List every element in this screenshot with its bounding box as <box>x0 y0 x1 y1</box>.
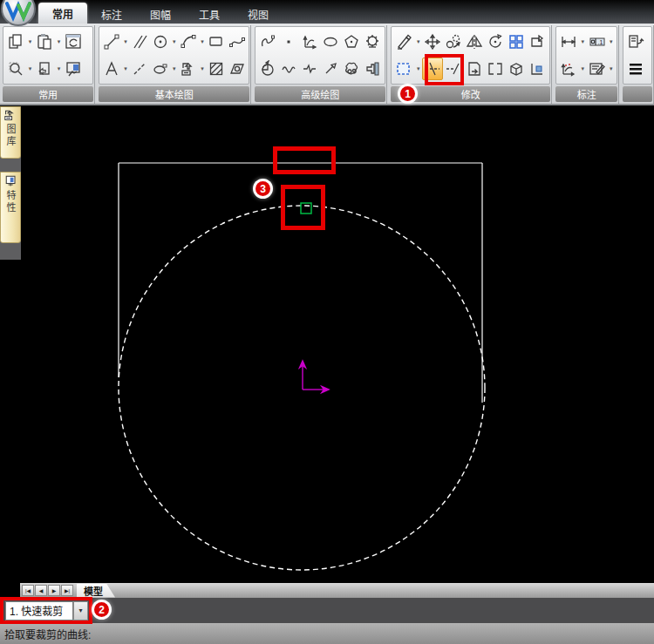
polygon-icon[interactable] <box>341 31 362 53</box>
stretch-icon[interactable] <box>527 31 548 53</box>
status-bar: 拾取要裁剪的曲线: <box>0 623 654 644</box>
pan-icon[interactable] <box>34 58 55 80</box>
sidebar-tab-library[interactable]: 图库 <box>0 106 21 159</box>
chevron-down-icon[interactable]: ▾ <box>122 65 130 72</box>
hole-icon[interactable] <box>362 58 383 80</box>
drawing-geometry <box>0 105 654 584</box>
group-common: ▾ ▾ ▾ ▾ 常用 <box>2 25 95 104</box>
ribbon-tabs: 常用 标注 图幅 工具 视图 <box>38 0 283 24</box>
application-window: 常用 标注 图幅 工具 视图 ▾ ▾ ▾ <box>0 0 654 644</box>
chevron-down-icon[interactable]: ▾ <box>579 65 587 72</box>
shift-icon[interactable] <box>464 58 485 80</box>
chevron-down-icon[interactable]: ▾ <box>414 38 422 45</box>
break-icon[interactable] <box>485 58 506 80</box>
doc-settings-icon[interactable] <box>625 31 646 53</box>
highlight-box-circle-top <box>281 185 325 230</box>
chevron-down-icon[interactable]: ▾ <box>199 38 207 45</box>
erase-icon[interactable] <box>393 31 414 53</box>
corner-icon[interactable] <box>527 58 548 80</box>
parallel-icon[interactable] <box>130 31 150 53</box>
mirror-icon[interactable] <box>464 31 485 53</box>
line-icon[interactable] <box>101 31 121 53</box>
chevron-down-icon[interactable]: ▾ <box>170 38 178 45</box>
refresh-icon[interactable] <box>63 31 84 53</box>
group-label-advanced-draw: 高级绘图 <box>255 86 385 102</box>
chevron-down-icon[interactable]: ▾ <box>26 65 34 72</box>
next-sheet-button[interactable]: ▶ <box>48 585 60 596</box>
group-basic-draw: ▾ ▾ ▾ ▾ ▾ ▾ <box>98 25 251 104</box>
chevron-down-icon[interactable]: ▾ <box>199 65 207 72</box>
move-icon[interactable] <box>422 31 443 53</box>
sheet-nav: |◀ ◀ ▶ ▶| <box>21 585 73 596</box>
sidebar-tab-properties[interactable]: 特性 <box>0 172 21 243</box>
copy-icon[interactable] <box>5 31 26 53</box>
callout-badge-3: 3 <box>255 181 270 196</box>
first-sheet-button[interactable]: |◀ <box>22 585 34 596</box>
rotate-icon[interactable] <box>485 31 506 53</box>
line-width-icon[interactable] <box>625 58 646 80</box>
point-icon[interactable] <box>278 31 299 53</box>
section-icon[interactable] <box>227 58 247 80</box>
contour-icon[interactable] <box>341 58 362 80</box>
group-dimension: ▾ .1 ▾ ▾ ▾ 标注 <box>555 25 619 104</box>
group-label-partial <box>623 86 652 102</box>
callout-badge-2: 2 <box>94 602 109 617</box>
last-sheet-button[interactable]: ▶| <box>61 585 73 596</box>
chevron-down-icon[interactable]: ▾ <box>55 65 63 72</box>
ellipse-icon[interactable] <box>320 31 341 53</box>
sidebar-tab-library-label: 图库 <box>3 124 17 148</box>
command-combo-value[interactable]: 1. 快速裁剪 <box>5 601 73 620</box>
origin-axis-icon <box>300 361 330 393</box>
curve-icon[interactable] <box>257 31 278 53</box>
highlight-box-command-combo: 1. 快速裁剪 ▾ <box>0 597 92 624</box>
paste-icon[interactable] <box>34 31 55 53</box>
polyline-icon[interactable] <box>299 58 320 80</box>
tab-view[interactable]: 视图 <box>234 4 283 24</box>
library-icon <box>3 109 17 121</box>
text-edit-icon[interactable] <box>587 58 608 80</box>
coordinate-icon[interactable] <box>558 58 579 80</box>
spline-icon[interactable] <box>227 31 247 53</box>
array-icon[interactable] <box>506 31 527 53</box>
explode-icon[interactable] <box>506 58 527 80</box>
chevron-down-icon[interactable]: ▾ <box>607 38 615 45</box>
tab-annotation[interactable]: 标注 <box>87 4 136 24</box>
group-label-basic-draw: 基本绘图 <box>99 86 249 102</box>
rectangle-icon[interactable] <box>206 31 226 53</box>
tab-sheet[interactable]: 图幅 <box>136 4 185 24</box>
tab-tools[interactable]: 工具 <box>185 4 234 24</box>
prev-sheet-button[interactable]: ◀ <box>35 585 47 596</box>
command-combo[interactable]: 1. 快速裁剪 ▾ <box>5 601 88 620</box>
chevron-down-icon[interactable]: ▾ <box>579 38 587 45</box>
chevron-down-icon[interactable]: ▾ <box>414 65 422 72</box>
chevron-down-icon[interactable]: ▾ <box>26 38 34 45</box>
local-enlarge-icon[interactable] <box>257 58 278 80</box>
hatch-icon[interactable] <box>206 58 226 80</box>
arc-icon[interactable] <box>178 31 198 53</box>
drawing-canvas[interactable]: 3 <box>0 105 654 584</box>
gear-icon[interactable] <box>362 31 383 53</box>
app-logo-icon[interactable] <box>1 0 36 26</box>
block-icon[interactable] <box>178 58 198 80</box>
display-icon[interactable] <box>63 58 84 80</box>
group-partial <box>622 25 654 104</box>
chevron-down-icon[interactable]: ▾ <box>607 65 615 72</box>
combo-dropdown-button[interactable]: ▾ <box>73 601 88 620</box>
tab-common[interactable]: 常用 <box>38 3 87 24</box>
wave-icon[interactable] <box>278 58 299 80</box>
circle-icon[interactable] <box>150 31 170 53</box>
chevron-down-icon[interactable]: ▾ <box>55 38 63 45</box>
ellipse-tool-icon[interactable] <box>150 58 170 80</box>
chevron-down-icon[interactable]: ▾ <box>170 65 178 72</box>
text-icon[interactable] <box>101 58 121 80</box>
dimension-icon[interactable] <box>558 31 579 53</box>
hatch-line-icon[interactable] <box>130 58 150 80</box>
axis-icon[interactable] <box>299 31 320 53</box>
select-icon[interactable] <box>393 58 414 80</box>
chevron-down-icon[interactable]: ▾ <box>122 38 130 45</box>
model-space-tab[interactable]: 模型 <box>77 584 115 598</box>
tolerance-icon[interactable]: .1 <box>587 31 608 53</box>
rotate-copy-icon[interactable] <box>443 31 464 53</box>
arrow-icon[interactable] <box>320 58 341 80</box>
zoom-icon[interactable] <box>5 58 26 80</box>
